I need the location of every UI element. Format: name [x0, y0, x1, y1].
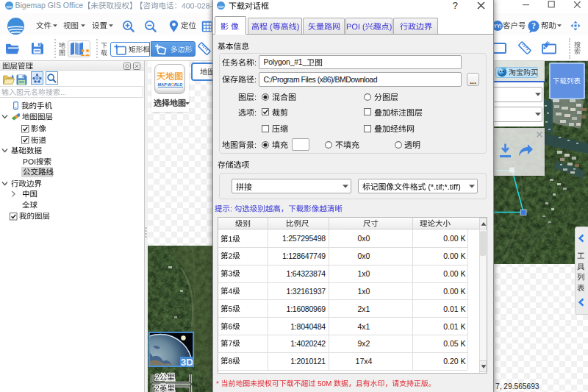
svg-text:3D: 3D — [181, 357, 194, 367]
svg-text:YY!: YY! — [493, 23, 501, 28]
svg-text:?: ? — [531, 21, 536, 30]
svg-text:MAP WORLD: MAP WORLD — [157, 82, 182, 87]
